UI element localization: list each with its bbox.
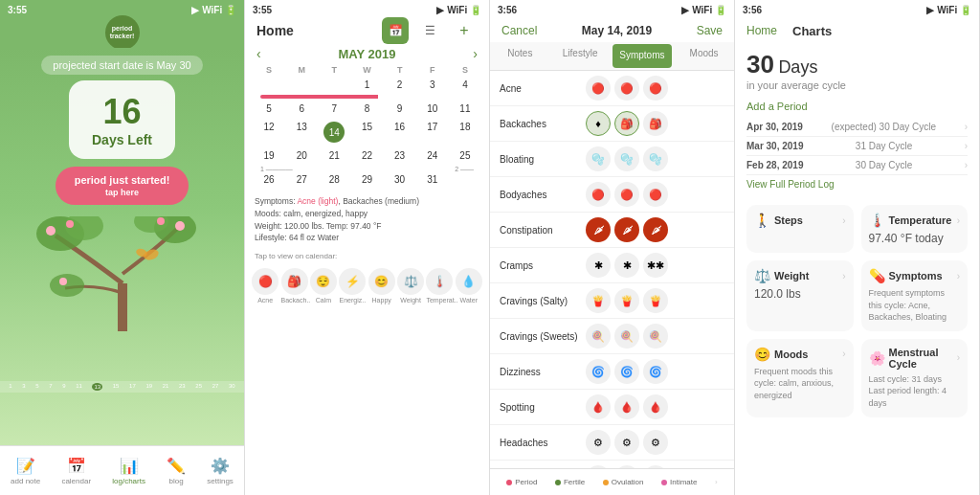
backaches-opt-2[interactable]: 🎒 — [614, 111, 639, 136]
cal-day-9[interactable]: 9 — [384, 101, 416, 117]
icon-water[interactable]: 💧 Water — [456, 268, 482, 304]
cal-day-6[interactable]: 6 — [285, 101, 318, 117]
icon-energized[interactable]: ⚡ Energiz.. — [339, 268, 366, 304]
icon-temperature[interactable]: 🌡️ Temperat.. — [426, 268, 453, 304]
tab-moods[interactable]: Moods — [674, 42, 734, 70]
cal-day-8[interactable]: 8 — [350, 101, 383, 117]
icon-happy[interactable]: 😊 Happy — [368, 268, 395, 304]
cravings-sweets-opt-3[interactable]: 🍭 — [643, 324, 668, 349]
bloating-opt-3[interactable]: 🫧 — [643, 146, 668, 171]
view-full-log-btn[interactable]: View Full Period Log — [746, 175, 968, 193]
cancel-button[interactable]: Cancel — [501, 24, 537, 37]
constipation-opt-1[interactable]: 🌶 — [586, 217, 611, 242]
cravings-sweets-opt-1[interactable]: 🍭 — [586, 324, 611, 349]
cravings-sweets-opt-2[interactable]: 🍭 — [614, 324, 639, 349]
save-button[interactable]: Save — [697, 24, 723, 37]
cal-day-11[interactable]: 11 — [449, 101, 481, 117]
headaches-opt-3[interactable]: ⚙ — [643, 430, 668, 455]
spotting-opt-3[interactable]: 🩸 — [643, 394, 668, 419]
period-entry-3[interactable]: Feb 28, 2019 30 Day Cycle › — [746, 156, 968, 175]
tab-lifestyle[interactable]: Lifestyle — [550, 42, 611, 70]
tab-symptoms[interactable]: Symptoms — [612, 44, 673, 68]
cal-day-27[interactable]: 27 — [285, 171, 318, 188]
cal-day-4[interactable]: 4 — [449, 77, 481, 93]
add-period-btn[interactable]: Add a Period — [746, 101, 968, 112]
constipation-opt-3[interactable]: 🌶 — [643, 217, 668, 242]
cal-day-18[interactable]: 18 — [449, 119, 481, 146]
acne-opt-3[interactable]: 🔴 — [643, 76, 668, 101]
cal-day-30[interactable]: 30 — [384, 171, 416, 188]
cal-day-19[interactable]: 19 — [253, 147, 285, 164]
stat-symptoms[interactable]: 💊 Symptoms › Frequent symptoms this cycl… — [861, 260, 969, 331]
period-entry-2[interactable]: Mar 30, 2019 31 Day Cycle › — [746, 137, 968, 156]
tab-settings[interactable]: ⚙️ settings — [207, 457, 234, 485]
next-month-btn[interactable]: › — [473, 46, 478, 61]
backaches-opt-1[interactable]: ♦ — [586, 111, 611, 136]
acne-opt-1[interactable]: 🔴 — [586, 76, 611, 101]
cal-day-5[interactable]: 5 — [253, 101, 285, 117]
cal-day-15[interactable]: 15 — [350, 119, 383, 146]
cal-day-10[interactable]: 10 — [416, 101, 449, 117]
cravings-salty-opt-1[interactable]: 🍟 — [586, 288, 611, 313]
cal-day-21[interactable]: 21 — [318, 147, 350, 164]
cal-day-20[interactable]: 20 — [285, 147, 318, 164]
cravings-salty-opt-3[interactable]: 🍟 — [643, 288, 668, 313]
icon-backaches[interactable]: 🎒 Backach.. — [281, 268, 308, 304]
dizziness-opt-3[interactable]: 🌀 — [643, 359, 668, 384]
stat-temperature[interactable]: 🌡️ Temperature › 97.40 °F today — [861, 205, 969, 253]
cramps-opt-1[interactable]: ✱ — [586, 253, 611, 278]
bodyaches-opt-3[interactable]: 🔴 — [643, 182, 668, 207]
tab-add-note[interactable]: 📝 add note — [11, 457, 40, 485]
bodyaches-opt-2[interactable]: 🔴 — [614, 182, 639, 207]
calendar-view-btn[interactable]: 📅 — [382, 17, 409, 44]
icon-weight[interactable]: ⚖️ Weight — [397, 268, 424, 304]
icon-acne[interactable]: 🔴 Acne — [252, 268, 278, 304]
acne-opt-2[interactable]: 🔴 — [614, 76, 639, 101]
list-view-btn[interactable]: ☰ — [416, 17, 443, 44]
bloating-opt-2[interactable]: 🫧 — [614, 146, 639, 171]
cal-day-28[interactable]: 28 — [318, 171, 350, 188]
bloating-opt-1[interactable]: 🫧 — [586, 146, 611, 171]
cal-day-25[interactable]: 25 — [449, 147, 481, 164]
headaches-opt-2[interactable]: ⚙ — [614, 430, 639, 455]
spotting-opt-1[interactable]: 🩸 — [586, 394, 611, 419]
dizziness-opt-2[interactable]: 🌀 — [614, 359, 639, 384]
cal-day-1[interactable]: 1 — [350, 77, 383, 93]
tab-blog[interactable]: ✏️ blog — [167, 457, 186, 485]
cramps-opt-3[interactable]: ✱✱ — [643, 253, 668, 278]
stat-steps[interactable]: 🚶 Steps › — [746, 205, 854, 253]
legend-chevron[interactable]: › — [715, 478, 718, 486]
cal-day-17[interactable]: 17 — [416, 119, 449, 146]
cal-day-26[interactable]: 26 — [253, 171, 285, 188]
cal-day-13[interactable]: 13 — [285, 119, 318, 146]
cal-day-22[interactable]: 22 — [350, 147, 383, 164]
cal-day-31[interactable]: 31 — [416, 171, 449, 188]
stat-menstrual-cycle[interactable]: 🌸 Menstrual Cycle › Last cycle: 31 days … — [861, 339, 969, 417]
tab-log-charts[interactable]: 📊 log/charts — [112, 457, 145, 485]
cal-day-12[interactable]: 12 — [253, 119, 285, 146]
cravings-salty-opt-2[interactable]: 🍟 — [614, 288, 639, 313]
period-entry-1[interactable]: Apr 30, 2019 (expected) 30 Day Cycle › — [746, 118, 968, 137]
cramps-opt-2[interactable]: ✱ — [614, 253, 639, 278]
tab-calendar[interactable]: 📅 calendar — [61, 457, 91, 485]
cal-day-16[interactable]: 16 — [384, 119, 416, 146]
cal-day-2[interactable]: 2 — [384, 77, 416, 93]
cal-day-23[interactable]: 23 — [384, 147, 416, 164]
backaches-opt-3[interactable]: 🎒 — [643, 111, 668, 136]
headaches-opt-1[interactable]: ⚙ — [586, 430, 611, 455]
stat-moods[interactable]: 😊 Moods › Frequent moods this cycle: cal… — [746, 339, 854, 417]
cal-day-29[interactable]: 29 — [350, 171, 383, 188]
tab-notes[interactable]: Notes — [490, 42, 550, 70]
constipation-opt-2[interactable]: 🌶 — [614, 217, 639, 242]
home-nav-btn[interactable]: Home — [746, 24, 777, 37]
bodyaches-opt-1[interactable]: 🔴 — [586, 182, 611, 207]
dizziness-opt-1[interactable]: 🌀 — [586, 359, 611, 384]
cal-day-3[interactable]: 3 — [416, 77, 449, 93]
period-started-button[interactable]: period just started! tap here — [56, 167, 189, 205]
cal-day-24[interactable]: 24 — [416, 147, 449, 164]
spotting-opt-2[interactable]: 🩸 — [614, 394, 639, 419]
add-btn[interactable]: + — [451, 17, 478, 44]
cal-day-14-today[interactable]: 14 — [318, 119, 350, 146]
cal-day-7[interactable]: 7 — [318, 101, 350, 117]
stat-weight[interactable]: ⚖️ Weight › 120.0 lbs — [746, 260, 854, 331]
